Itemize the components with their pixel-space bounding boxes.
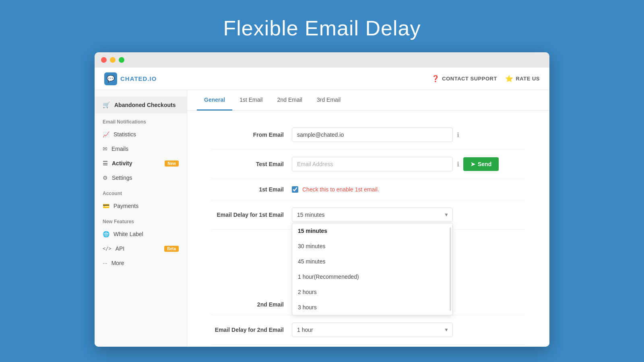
third-email-row: 3rd Email [211, 345, 525, 347]
dropdown-option-1hr[interactable]: 1 hour(Recommeneded) [292, 269, 452, 284]
delay-1st-select[interactable]: 15 minutes 30 minutes 45 minutes 1 hour(… [292, 208, 453, 222]
white-label-icon: 🌐 [103, 231, 109, 237]
delay-2nd-label: Email Delay for 2nd Email [211, 327, 292, 333]
contact-support-label: CONTACT SUPPORT [442, 76, 497, 82]
dropdown-option-3hr[interactable]: 3 hours [292, 300, 452, 315]
delay-2nd-row: Email Delay for 2nd Email 1 hour 15 minu… [211, 315, 525, 345]
app-header: 💬 CHATED.IO ❓ CONTACT SUPPORT ⭐ RATE US [95, 68, 549, 90]
dropdown-option-30min[interactable]: 30 minutes [292, 239, 452, 254]
email-icon: ✉ [103, 146, 107, 152]
tabs: General 1st Email 2nd Email 3rd Email [187, 90, 549, 111]
sidebar-item-label: Emails [111, 146, 128, 152]
sidebar-item-label: Statistics [114, 131, 136, 138]
first-email-checkbox[interactable] [292, 186, 298, 193]
send-button[interactable]: ➤ Send [463, 157, 499, 171]
sidebar-item-emails[interactable]: ✉ Emails [95, 142, 187, 156]
star-icon: ⭐ [505, 75, 514, 82]
dropdown-option-45min[interactable]: 45 minutes [292, 254, 452, 269]
content-area: From Email ℹ Test Email ℹ ➤ Send 1st [187, 111, 549, 347]
test-email-input[interactable] [292, 157, 453, 171]
settings-icon: ⚙ [103, 175, 108, 181]
test-email-label: Test Email [211, 161, 292, 167]
delay-1st-select-wrapper: 15 minutes 30 minutes 45 minutes 1 hour(… [292, 208, 453, 222]
contact-support-btn[interactable]: ❓ CONTACT SUPPORT [431, 75, 497, 82]
sidebar: 🛒 Abandoned Checkouts Email Notification… [95, 90, 187, 347]
app-body: 🛒 Abandoned Checkouts Email Notification… [95, 90, 549, 347]
close-button[interactable] [101, 57, 107, 63]
activity-icon: ☰ [103, 160, 108, 167]
sidebar-item-label: Activity [112, 160, 132, 167]
enable-first-email-text: Check this to enable 1st email. [302, 186, 379, 193]
sidebar-item-label: White Label [114, 231, 143, 237]
cart-icon: 🛒 [103, 101, 110, 109]
sidebar-item-statistics[interactable]: 📈 Statistics [95, 127, 187, 142]
sidebar-item-settings[interactable]: ⚙ Settings [95, 171, 187, 185]
dropdown-option-15min[interactable]: 15 minutes [292, 223, 452, 239]
app-window: 💬 CHATED.IO ❓ CONTACT SUPPORT ⭐ RATE US … [95, 52, 549, 347]
dropdown-scrollbar [450, 227, 451, 311]
first-email-row: 1st Email Check this to enable 1st email… [211, 179, 525, 200]
header-right: ❓ CONTACT SUPPORT ⭐ RATE US [431, 75, 540, 82]
test-email-info-icon[interactable]: ℹ [457, 160, 459, 168]
more-icon: ··· [103, 260, 107, 266]
sidebar-item-payments[interactable]: 💳 Payments [95, 199, 187, 213]
delay-2nd-select[interactable]: 1 hour 15 minutes 30 minutes [292, 323, 453, 337]
new-badge: New [165, 160, 179, 167]
rate-us-label: RATE US [516, 76, 540, 82]
rate-us-btn[interactable]: ⭐ RATE US [505, 75, 540, 82]
logo-text: CHATED.IO [120, 75, 157, 82]
email-notifications-title: Email Notifications [95, 113, 187, 127]
api-icon: </> [103, 246, 111, 251]
new-features-title: New Features [95, 213, 187, 227]
sidebar-item-label: API [116, 245, 125, 252]
tab-1st-email[interactable]: 1st Email [232, 90, 270, 111]
send-icon: ➤ [471, 161, 475, 167]
abandoned-checkouts-item[interactable]: 🛒 Abandoned Checkouts [95, 97, 187, 113]
maximize-button[interactable] [119, 57, 124, 63]
main-content: General 1st Email 2nd Email 3rd Email Fr… [187, 90, 549, 347]
logo-area: 💬 CHATED.IO [104, 72, 157, 85]
statistics-icon: 📈 [103, 131, 109, 138]
tab-2nd-email[interactable]: 2nd Email [270, 90, 310, 111]
beta-badge: Beta [164, 246, 179, 252]
tab-3rd-email[interactable]: 3rd Email [310, 90, 348, 111]
question-icon: ❓ [431, 75, 440, 82]
from-email-label: From Email [211, 132, 292, 138]
sidebar-main-label: Abandoned Checkouts [114, 102, 175, 108]
test-email-row: Test Email ℹ ➤ Send [211, 150, 525, 179]
first-email-label: 1st Email [211, 186, 292, 193]
dropdown-open: 15 minutes 30 minutes 45 minutes 1 hour(… [292, 223, 453, 315]
account-title: Account [95, 185, 187, 199]
sidebar-item-white-label[interactable]: 🌐 White Label [95, 227, 187, 241]
tab-general[interactable]: General [197, 90, 232, 111]
sidebar-item-api[interactable]: </> API Beta [95, 241, 187, 256]
title-bar [95, 52, 549, 68]
sidebar-item-activity[interactable]: ☰ Activity New [95, 156, 187, 171]
from-email-input[interactable] [292, 128, 453, 142]
sidebar-item-label: More [111, 260, 124, 266]
sidebar-item-more[interactable]: ··· More [95, 256, 187, 270]
dropdown-option-2hr[interactable]: 2 hours [292, 284, 452, 300]
delay-2nd-select-wrapper: 1 hour 15 minutes 30 minutes ▼ [292, 323, 453, 337]
logo-icon: 💬 [104, 72, 117, 85]
delay-1st-row: Email Delay for 1st Email 15 minutes 30 … [211, 200, 525, 230]
first-email-checkbox-row: Check this to enable 1st email. [292, 186, 379, 193]
send-label: Send [478, 161, 491, 167]
sidebar-item-label: Settings [112, 175, 132, 181]
payments-icon: 💳 [103, 203, 109, 209]
from-email-info-icon[interactable]: ℹ [457, 131, 459, 139]
minimize-button[interactable] [110, 57, 116, 63]
delay-1st-label: Email Delay for 1st Email [211, 212, 292, 218]
second-email-label: 2nd Email [211, 301, 292, 308]
hero-title: Flexible Email Delay [223, 0, 421, 52]
sidebar-item-label: Payments [114, 203, 138, 209]
from-email-row: From Email ℹ [211, 120, 525, 150]
